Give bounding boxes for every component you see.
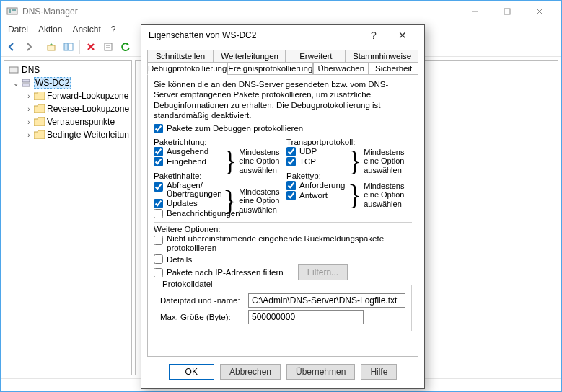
delete-button[interactable] [83,39,99,55]
filter-button[interactable]: Filtern... [298,264,348,280]
folder-icon [33,116,45,128]
tab-security[interactable]: Sicherheit [369,62,418,74]
back-button[interactable] [4,39,19,55]
details-check[interactable]: Details [154,254,412,264]
tab-debug-logging[interactable]: Debugprotokollierung [147,62,227,75]
dialog-buttons: OK Abbrechen Übernehmen Hilfe [141,357,424,388]
folder-icon [33,90,45,102]
log-packets-check[interactable]: Pakete zum Debuggen protokollieren [154,124,412,133]
logfile-group: Protokolldatei Dateipfad und -name: Max.… [154,285,412,331]
tree-item[interactable]: › Forward-Lookupzone [6,89,130,102]
tab-event-logging[interactable]: Ereignisprotokollierung [227,62,313,74]
chevron-right-icon[interactable]: › [25,92,33,100]
svg-rect-12 [105,43,112,50]
close-button[interactable] [523,1,556,22]
dialog-title: Eigenschaften von WS-DC2 [149,30,256,40]
tab-body: Sie können die an den DNS-Server gesende… [147,74,418,357]
logfile-legend: Protokolldatei [160,280,215,288]
content-title: Paketinhalte: [154,172,279,180]
menu-action[interactable]: Aktion [38,24,62,35]
ip-filter-check[interactable]: Pakete nach IP-Adressen filtern [154,268,284,277]
svg-rect-1 [9,9,11,13]
app-icon [6,6,18,17]
properties-dialog: Eigenschaften von WS-DC2 ? ✕ Schnittstel… [141,24,425,389]
app-title: DNS-Manager [22,6,458,17]
show-hide-tree-button[interactable] [61,39,76,55]
svg-rect-17 [22,84,30,86]
forward-button[interactable] [21,39,37,55]
chevron-down-icon[interactable]: ⌄ [12,79,20,87]
svg-rect-16 [22,79,30,82]
menu-view[interactable]: Ansicht [72,24,100,35]
path-label: Dateipfad und -name: [160,296,242,305]
maximize-button[interactable] [491,1,523,22]
ok-button[interactable]: OK [169,364,214,380]
size-label: Max. Größe (Byte): [160,313,242,321]
dns-root-icon [8,64,19,76]
mismatch-check[interactable]: Nicht übereinstimmende eingehende Rückme… [154,234,412,254]
cancel-button[interactable]: Abbrechen [220,364,281,380]
description-text: Sie können die an den DNS-Server gesende… [154,79,412,121]
tree-item[interactable]: › Reverse-Lookupzone [6,102,130,115]
tab-root-hints[interactable]: Stammhinweise [346,50,418,62]
other-options-title: Weitere Optionen: [154,225,412,233]
chevron-right-icon[interactable]: › [25,118,33,126]
svg-rect-7 [48,45,55,50]
apply-button[interactable]: Übernehmen [286,364,355,380]
dialog-close-button[interactable]: ✕ [388,30,417,41]
tab-monitoring[interactable]: Überwachen [313,62,369,74]
up-button[interactable] [43,39,59,55]
minimize-button[interactable] [458,1,491,22]
direction-title: Paketrichtung: [154,138,279,146]
svg-rect-15 [9,67,18,73]
menu-help[interactable]: ? [111,24,116,35]
path-input[interactable] [248,293,405,308]
tree-server-label: WS-DC2 [34,77,71,89]
tree-item[interactable]: › Vertrauenspunkte [6,115,130,128]
svg-rect-2 [12,9,16,11]
tree-pane[interactable]: DNS ⌄ WS-DC2 › Forward-Lookupzone › Reve… [4,60,132,375]
folder-icon [33,129,45,141]
svg-rect-9 [69,43,73,50]
tab-forwarders[interactable]: Weiterleitungen [214,50,286,62]
help-button[interactable]: Hilfe [361,364,397,380]
chevron-right-icon[interactable]: › [25,131,33,139]
dialog-titlebar: Eigenschaften von WS-DC2 ? ✕ [141,25,424,45]
chevron-right-icon[interactable]: › [25,105,33,113]
tree-server[interactable]: ⌄ WS-DC2 [6,76,130,89]
svg-rect-8 [64,43,68,50]
refresh-button[interactable] [118,39,133,55]
tree-item[interactable]: › Bedingte Weiterleitun [6,128,130,141]
folder-icon [33,103,45,115]
tab-interfaces[interactable]: Schnittstellen [147,50,214,62]
server-icon [20,77,32,89]
svg-rect-4 [504,9,510,14]
titlebar: DNS-Manager [1,1,561,22]
tree-root[interactable]: DNS [6,63,130,76]
size-input[interactable] [248,310,364,324]
tab-advanced[interactable]: Erweitert [286,50,346,62]
dialog-help-button[interactable]: ? [359,30,388,41]
menu-file[interactable]: Datei [8,24,28,35]
properties-button[interactable] [100,39,116,55]
